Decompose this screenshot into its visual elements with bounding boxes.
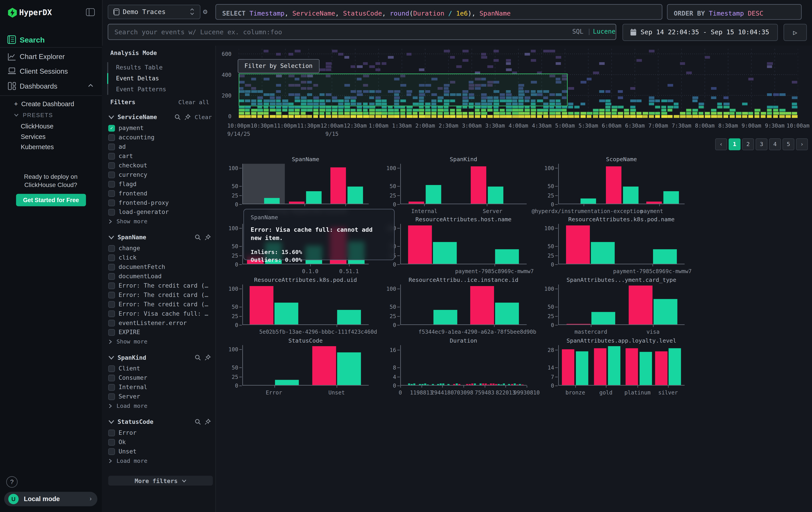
show-more-link[interactable]: Show more [108,217,212,226]
checkbox-unchecked[interactable] [108,291,115,298]
checkbox-unchecked[interactable] [108,134,115,141]
checkbox-unchecked[interactable] [108,301,115,307]
chevron-down-icon[interactable] [108,234,115,240]
filter-checkbox-row[interactable]: eventListener.error [108,318,212,327]
help-button[interactable]: ? [6,476,18,487]
date-range-picker[interactable]: Sep 14 22:04:35 - Sep 15 10:04:35 [622,24,778,41]
page-button-1[interactable]: 1 [729,138,741,151]
bar-outliers[interactable] [408,225,432,264]
create-dashboard-button[interactable]: Create Dashboard [21,101,74,108]
page-button-4[interactable]: 4 [769,138,781,151]
bar-outliers[interactable] [562,349,574,385]
source-select[interactable]: Demo Traces [108,5,200,19]
sql-select-input[interactable]: SELECT Timestamp, ServiceName, StatusCod… [215,4,662,20]
sidebar-item-chart-explorer[interactable]: Chart Explorer [20,53,65,60]
filter-checkbox-row[interactable]: Error [108,428,212,437]
pin-icon[interactable] [205,354,211,360]
filter-checkbox-row[interactable]: currency [108,170,212,180]
filter-checkbox-row[interactable]: Error: The credit card (… [108,281,212,290]
bar-inliers[interactable] [591,242,615,264]
checkbox-unchecked[interactable] [108,448,115,455]
run-query-button[interactable]: ▷ [784,24,807,41]
order-by-input[interactable]: ORDER BY Timestamp DESC [667,4,802,20]
analysis-mode-results-table[interactable]: Results Table [107,62,211,73]
checkbox-unchecked[interactable] [108,393,115,400]
bar-inliers[interactable] [347,186,363,204]
checkbox-unchecked[interactable] [108,254,115,261]
sql-toggle[interactable]: SQL [572,28,584,35]
sidebar-item-kubernetes[interactable]: Kubernetes [21,143,54,151]
filter-checkbox-row[interactable]: Ok [108,437,212,447]
page-button-5[interactable]: 5 [782,138,794,151]
bar-inliers[interactable] [663,191,679,204]
sidebar-item-dashboards[interactable]: Dashboards [20,82,58,90]
bar-outliers[interactable] [655,351,667,385]
bar-inliers[interactable] [608,346,620,385]
filter-checkbox-row[interactable]: load-generator [108,207,212,217]
filter-checkbox-row[interactable]: cart [108,152,212,161]
bar-inliers[interactable] [337,310,361,324]
filter-checkbox-row[interactable]: documentFetch [108,262,212,272]
checkbox-unchecked[interactable] [108,181,115,187]
filter-checkbox-row[interactable]: ad [108,142,212,152]
heatmap-selection[interactable] [239,74,568,106]
search-icon[interactable] [195,419,201,425]
bar-outliers[interactable] [409,201,424,204]
filter-checkbox-row[interactable]: Server [108,392,212,401]
bar-inliers[interactable] [576,351,588,385]
filter-checkbox-row[interactable]: Internal [108,382,212,392]
show-more-link[interactable]: Load more [108,456,212,465]
bar-inliers[interactable] [433,310,457,324]
checkbox-unchecked[interactable] [108,162,115,168]
checkbox-unchecked[interactable] [108,374,115,381]
checkbox-unchecked[interactable] [108,329,115,335]
checkbox-unchecked[interactable] [108,319,115,326]
filter-checkbox-row[interactable]: Unset [108,447,212,456]
checkbox-unchecked[interactable] [108,282,115,289]
bar-outliers[interactable] [330,168,346,204]
chevron-right-icon[interactable]: › [90,495,92,502]
show-more-link[interactable]: Load more [108,401,212,410]
analysis-mode-event-deltas[interactable]: Event Deltas [107,73,211,84]
filter-by-selection-button[interactable]: Filter by Selection [238,59,319,73]
filter-checkbox-row[interactable]: Consumer [108,373,212,382]
search-icon[interactable] [195,354,201,360]
filter-checkbox-row[interactable]: frontend-proxy [108,198,212,207]
bar-inliers[interactable] [623,186,638,204]
bar-outliers[interactable] [289,201,304,204]
chevron-down-icon[interactable] [108,419,115,425]
bar-inliers[interactable] [426,185,441,204]
bar-inliers[interactable] [495,249,519,264]
chevron-down-icon[interactable] [108,354,115,360]
show-more-link[interactable]: Show more [108,337,212,346]
checkbox-unchecked[interactable] [108,273,115,279]
search-icon[interactable] [175,114,181,120]
bar-outliers[interactable] [629,286,652,324]
filter-checkbox-row[interactable]: EXPIRE [108,327,212,337]
checkbox-unchecked[interactable] [108,310,115,317]
pin-icon[interactable] [205,234,211,240]
bar-outliers[interactable] [566,225,590,264]
sidebar-item-clickhouse[interactable]: ClickHouse [21,123,53,130]
checkbox-unchecked[interactable] [108,429,115,436]
local-mode-pill[interactable]: U Local mode › [4,492,97,506]
filter-checkbox-row[interactable]: change [108,244,212,253]
bar-outliers[interactable] [312,346,336,385]
bar-inliers[interactable] [654,299,677,324]
bar-outliers[interactable] [646,201,662,204]
bar-inliers[interactable] [306,191,321,204]
bar-outliers[interactable] [471,166,487,204]
checkbox-unchecked[interactable] [108,190,115,196]
filter-checkbox-row[interactable]: checkout [108,161,212,170]
checkbox-unchecked[interactable] [108,439,115,446]
analysis-mode-event-patterns[interactable]: Event Patterns [107,84,211,95]
gear-icon[interactable]: ⚙ [203,7,207,16]
checkbox-unchecked[interactable] [108,384,115,390]
lucene-toggle[interactable]: Lucene [593,28,615,35]
filter-checkbox-row[interactable]: Error: The credit card (… [108,300,212,309]
bar-outliers[interactable] [470,286,494,324]
checkbox-unchecked[interactable] [108,245,115,251]
filter-checkbox-row[interactable]: documentLoad [108,272,212,281]
filter-checkbox-row[interactable]: click [108,253,212,262]
filter-checkbox-row[interactable]: Error: The credit card (… [108,290,212,300]
